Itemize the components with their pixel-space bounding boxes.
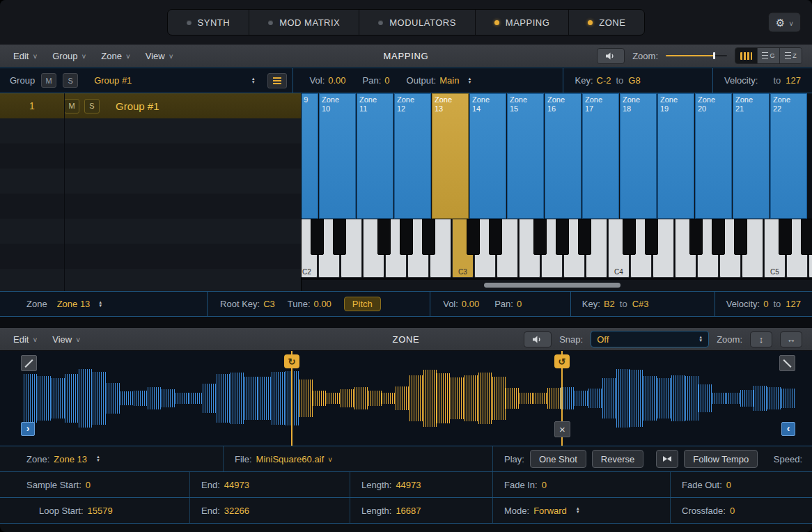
crossfade-value[interactable]: 0 bbox=[730, 506, 735, 516]
black-key[interactable] bbox=[645, 219, 658, 255]
group-mute-button[interactable]: M bbox=[41, 73, 56, 88]
group-list-empty-row[interactable] bbox=[0, 269, 301, 291]
zone-edit-menu[interactable]: Edit bbox=[6, 328, 45, 350]
group-list-empty-row[interactable] bbox=[0, 143, 301, 169]
file-value[interactable]: MiniSquare60.aif bbox=[256, 454, 325, 464]
black-key[interactable] bbox=[779, 219, 792, 255]
group-list-empty-row[interactable] bbox=[0, 219, 301, 244]
loop-start-marker[interactable] bbox=[284, 354, 299, 368]
group-list-empty-row[interactable] bbox=[0, 244, 301, 269]
group-key-high[interactable]: G8 bbox=[628, 75, 640, 86]
zone-block-zone-11[interactable]: Zone11 bbox=[357, 93, 393, 219]
keyboard-view-button[interactable] bbox=[735, 48, 758, 63]
clear-loop-button[interactable] bbox=[554, 421, 570, 437]
zone-block-zone-14[interactable]: Zone14 bbox=[469, 93, 506, 219]
keyboard[interactable]: C2C3C4C5 bbox=[302, 219, 812, 280]
loop-start-value[interactable]: 15579 bbox=[88, 506, 113, 516]
zone-pan-value[interactable]: 0 bbox=[517, 299, 522, 309]
group-vol-value[interactable]: 0.00 bbox=[328, 75, 345, 86]
group-velocity-high[interactable]: 127 bbox=[786, 75, 801, 86]
group-list-row-1[interactable]: 1 M S Group #1 bbox=[0, 93, 301, 118]
mapping-edit-menu[interactable]: Edit bbox=[6, 45, 45, 67]
crossfade-loop-button[interactable] bbox=[656, 450, 678, 468]
tab-synth[interactable]: SYNTH bbox=[168, 10, 250, 35]
loop-end-value[interactable]: 32266 bbox=[224, 506, 249, 516]
black-key[interactable] bbox=[578, 219, 591, 255]
tab-mapping[interactable]: MAPPING bbox=[476, 10, 569, 35]
zone-name-dropdown[interactable]: Zone 13 bbox=[57, 299, 91, 309]
black-key[interactable] bbox=[333, 219, 346, 255]
sample-start-value[interactable]: 0 bbox=[86, 480, 91, 490]
root-key-value[interactable]: C3 bbox=[263, 299, 275, 309]
zone-block-zone-18[interactable]: Zone18 bbox=[620, 93, 657, 219]
zone-block-zone-22[interactable]: Zone22 bbox=[770, 93, 807, 219]
sample-end-value[interactable]: 44973 bbox=[224, 480, 249, 490]
black-key[interactable] bbox=[556, 219, 569, 255]
group-list-empty-row[interactable] bbox=[0, 169, 301, 194]
black-key[interactable] bbox=[801, 219, 812, 255]
fade-in-value[interactable]: 0 bbox=[542, 480, 547, 490]
zone-velocity-high[interactable]: 127 bbox=[786, 299, 801, 309]
reverse-button[interactable]: Reverse bbox=[592, 450, 643, 468]
zone-vol-value[interactable]: 0.00 bbox=[462, 299, 479, 309]
zone-block-zone-17[interactable]: Zone17 bbox=[582, 93, 619, 219]
mapping-zoom-slider[interactable] bbox=[666, 52, 727, 60]
zone-block-zone-16[interactable]: Zone16 bbox=[545, 93, 581, 219]
zone-block-zone-21[interactable]: Zone21 bbox=[733, 93, 770, 219]
group-row-mute-button[interactable]: M bbox=[64, 99, 79, 114]
one-shot-button[interactable]: One Shot bbox=[530, 450, 586, 468]
black-key[interactable] bbox=[377, 219, 391, 255]
group-list-empty-row[interactable] bbox=[0, 194, 301, 219]
black-key[interactable] bbox=[467, 219, 480, 255]
zone-block-zone-9[interactable]: Zone 9 bbox=[302, 93, 318, 219]
group-list-empty-row[interactable] bbox=[0, 118, 301, 143]
snap-dropdown[interactable]: Off bbox=[591, 331, 709, 347]
zone-block-zone-19[interactable]: Zone19 bbox=[657, 93, 694, 219]
black-key[interactable] bbox=[400, 219, 413, 255]
group-row-solo-button[interactable]: S bbox=[84, 99, 100, 114]
tab-zone[interactable]: ZONE bbox=[569, 10, 644, 35]
follow-tempo-button[interactable]: Follow Tempo bbox=[684, 450, 758, 468]
black-key[interactable] bbox=[311, 219, 324, 255]
zone-block-zone-20[interactable]: Zone20 bbox=[695, 93, 732, 219]
zone-selector-value[interactable]: Zone 13 bbox=[54, 454, 87, 464]
mapping-zone-menu[interactable]: Zone bbox=[93, 45, 137, 67]
loop-mode-value[interactable]: Forward bbox=[533, 506, 567, 516]
group-key-low[interactable]: C-2 bbox=[597, 75, 611, 86]
group-solo-button[interactable]: S bbox=[63, 73, 78, 88]
zone-view-menu[interactable]: View bbox=[45, 328, 88, 350]
zone-block-zone-13[interactable]: Zone13 bbox=[432, 93, 469, 219]
zone-velocity-low[interactable]: 0 bbox=[763, 299, 768, 309]
black-key[interactable] bbox=[734, 219, 747, 255]
group-output-value[interactable]: Main bbox=[439, 75, 459, 86]
tab-mod-matrix[interactable]: MOD MATRIX bbox=[249, 10, 359, 35]
black-key[interactable] bbox=[623, 219, 636, 255]
scrollbar-thumb[interactable] bbox=[484, 283, 620, 288]
waveform-display[interactable] bbox=[0, 351, 812, 446]
zone-view-button[interactable]: Z bbox=[780, 48, 802, 63]
horizontal-scrollbar[interactable] bbox=[302, 280, 812, 291]
black-key[interactable] bbox=[712, 219, 725, 255]
zone-map[interactable]: Zone 9Zone10Zone11Zone12Zone13Zone14Zone… bbox=[302, 93, 812, 219]
sample-start-marker[interactable] bbox=[21, 422, 35, 436]
settings-button[interactable] bbox=[768, 13, 801, 33]
tab-modulators[interactable]: MODULATORS bbox=[359, 10, 476, 35]
group-pan-value[interactable]: 0 bbox=[384, 75, 389, 86]
zoom-fit-horizontal-button[interactable] bbox=[780, 331, 802, 347]
group-view-button[interactable]: G bbox=[758, 48, 780, 63]
group-name-dropdown[interactable]: Group #1 bbox=[94, 75, 132, 86]
zone-block-zone-12[interactable]: Zone12 bbox=[394, 93, 431, 219]
zoom-fit-vertical-button[interactable] bbox=[750, 331, 772, 347]
black-key[interactable] bbox=[422, 219, 435, 255]
mapping-group-menu[interactable]: Group bbox=[45, 45, 93, 67]
black-key[interactable] bbox=[689, 219, 703, 255]
zone-audition-button[interactable] bbox=[524, 331, 552, 347]
mapping-view-menu[interactable]: View bbox=[138, 45, 181, 67]
group-list-toggle-button[interactable] bbox=[267, 73, 287, 88]
fade-in-handle[interactable] bbox=[21, 355, 37, 371]
mapping-audition-button[interactable] bbox=[597, 48, 625, 64]
black-key[interactable] bbox=[489, 219, 502, 255]
slider-handle[interactable] bbox=[713, 52, 715, 59]
loop-end-marker[interactable] bbox=[554, 354, 570, 368]
black-key[interactable] bbox=[533, 219, 547, 255]
